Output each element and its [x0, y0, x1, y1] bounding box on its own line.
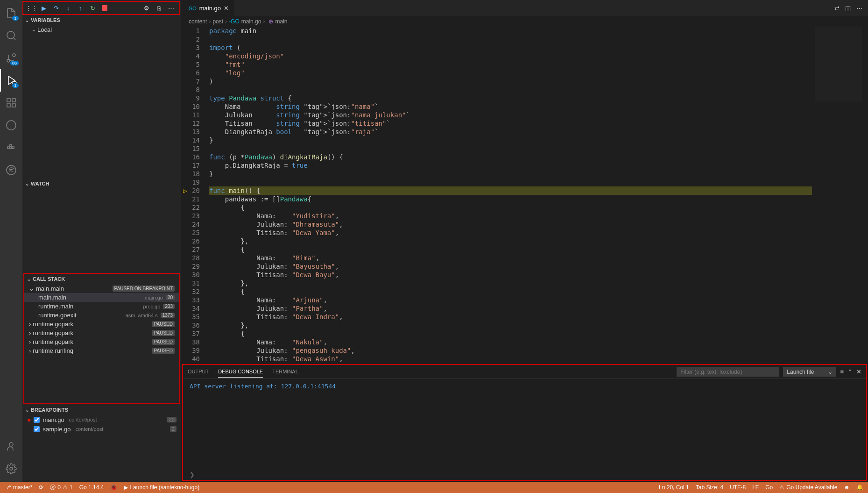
breakpoint-checkbox[interactable] [34, 426, 40, 432]
minimap[interactable] [815, 27, 861, 101]
collapse-icon[interactable]: ⌃ [847, 368, 853, 375]
step-over-button[interactable]: ↷ [50, 2, 62, 14]
breakpoints-section-header[interactable]: ⌄ BREAKPOINTS [22, 405, 181, 415]
status-encoding[interactable]: UTF-8 [730, 484, 746, 491]
svg-rect-9 [7, 147, 9, 149]
remote-icon[interactable] [0, 114, 22, 136]
status-update[interactable]: ⚠ Go Update Available [779, 484, 837, 491]
svg-point-15 [10, 467, 13, 470]
go-file-icon: -GO [187, 6, 197, 11]
more-icon[interactable]: ⋯ [856, 5, 862, 12]
go-file-icon: -GO [229, 18, 240, 25]
split-icon[interactable]: ◫ [845, 5, 851, 12]
panel-tab-terminal[interactable]: TERMINAL [272, 366, 298, 378]
svg-rect-7 [12, 104, 15, 107]
tab-filename: main.go [199, 5, 221, 12]
local-label: Local [37, 26, 52, 33]
scm-badge: 86 [10, 61, 19, 65]
status-problems[interactable]: ⓧ 0 ⚠ 1 [50, 484, 72, 492]
step-out-button[interactable]: ↑ [75, 2, 86, 14]
status-go-version[interactable]: Go 1.14.4 [79, 484, 104, 491]
editor-area: -GO main.go ✕ ⇄ ◫ ⋯ content› post› -GOma… [181, 0, 868, 482]
debug-console-icon[interactable]: ⎘ [153, 2, 164, 14]
svg-rect-4 [7, 99, 10, 102]
filter-input[interactable] [677, 367, 779, 377]
callstack-frame[interactable]: main.main main.go20 [24, 293, 179, 302]
explorer-badge: 1 [12, 16, 19, 21]
scm-icon[interactable]: 86 [0, 47, 22, 69]
clear-icon[interactable]: ≡ [840, 368, 844, 375]
restart-button[interactable]: ↻ [87, 2, 98, 14]
continue-button[interactable]: ▶ [38, 2, 49, 14]
settings-icon[interactable] [0, 457, 22, 480]
debug-badge: 1 [12, 83, 19, 88]
status-debug-icon[interactable]: 🐞 [110, 484, 117, 491]
docker-icon[interactable] [0, 136, 22, 159]
bottom-panel: OUTPUT DEBUG CONSOLE TERMINAL Launch fil… [182, 364, 867, 481]
debug-icon[interactable]: 1 [0, 69, 22, 92]
watch-section-header[interactable]: ⌄ WATCH [22, 179, 181, 189]
callstack-thread[interactable]: ⌄main.main PAUSED ON BREAKPOINT [24, 284, 179, 293]
debug-console-input[interactable]: ❯ [183, 469, 866, 480]
panel-tab-debug-console[interactable]: DEBUG CONSOLE [218, 366, 263, 378]
panel-tab-output[interactable]: OUTPUT [188, 366, 209, 378]
status-branch[interactable]: ⎇ master* [5, 484, 32, 491]
svg-rect-10 [10, 147, 12, 149]
svg-point-13 [7, 165, 16, 175]
function-icon: ⊕ [268, 18, 273, 25]
debug-console-output: API server listening at: 127.0.0.1:41544 [183, 379, 866, 469]
breakpoint-item[interactable]: ● main.go content/post 20 [22, 415, 181, 424]
svg-rect-6 [7, 104, 10, 107]
breakpoint-dot-icon: ● [27, 416, 31, 423]
breakpoint-checkbox[interactable] [34, 417, 40, 423]
callstack-paused-thread[interactable]: ›runtime.gopark PAUSED [24, 337, 179, 346]
svg-point-0 [7, 31, 14, 39]
spotify-icon[interactable] [0, 159, 22, 181]
callstack-paused-thread[interactable]: ›runtime.gopark PAUSED [24, 320, 179, 329]
status-eol[interactable]: LF [752, 484, 759, 491]
callstack-frame[interactable]: runtime.main proc.go203 [24, 302, 179, 311]
activity-bar: 1 86 1 [0, 0, 22, 482]
chevron-down-icon: ⌄ [828, 369, 833, 375]
callstack-section-header[interactable]: ⌄ CALL STACK [24, 274, 179, 284]
step-into-button[interactable]: ↓ [63, 2, 74, 14]
status-sync[interactable]: ⟳ [39, 484, 43, 491]
status-launch[interactable]: ▶ Launch file (santekno-hugo) [124, 484, 199, 491]
status-tabsize[interactable]: Tab Size: 4 [696, 484, 723, 491]
variables-section-header[interactable]: ⌄ VARIABLES [22, 15, 181, 25]
stop-button[interactable] [99, 2, 110, 14]
callstack-frame[interactable]: runtime.goexit asm_amd64.s1373 [24, 311, 179, 320]
watch-label: WATCH [31, 181, 49, 186]
explorer-icon[interactable]: 1 [0, 2, 22, 24]
close-panel-icon[interactable]: ✕ [856, 368, 861, 375]
status-feedback-icon[interactable]: ☻ [844, 484, 850, 491]
status-bar: ⎇ master* ⟳ ⓧ 0 ⚠ 1 Go 1.14.4 🐞 ▶ Launch… [0, 482, 868, 493]
callstack-paused-thread[interactable]: ›runtime.runfinq PAUSED [24, 346, 179, 355]
svg-point-14 [9, 443, 13, 446]
debug-more-icon[interactable]: ⋯ [165, 2, 176, 14]
svg-point-8 [7, 121, 16, 130]
status-bell-icon[interactable]: 🔔 [856, 484, 863, 491]
debug-settings-icon[interactable]: ⚙ [141, 2, 152, 14]
thread-status: PAUSED ON BREAKPOINT [113, 286, 175, 292]
search-icon[interactable] [0, 24, 22, 47]
editor-tab[interactable]: -GO main.go ✕ [181, 0, 235, 16]
variables-label: VARIABLES [31, 17, 60, 23]
extensions-icon[interactable] [0, 92, 22, 114]
close-tab-icon[interactable]: ✕ [224, 5, 229, 12]
status-cursor[interactable]: Ln 20, Col 1 [659, 484, 689, 491]
variables-local[interactable]: ⌄ Local [22, 25, 181, 34]
code-editor[interactable]: 12345678910111213141516171819▷2021222324… [181, 27, 868, 363]
breakpoint-item[interactable]: ● sample.go content/post 2 [22, 424, 181, 434]
debug-toolbar: ⋮⋮ ▶ ↷ ↓ ↑ ↻ ⚙ ⎘ ⋯ [22, 1, 180, 15]
svg-rect-12 [10, 144, 12, 146]
drag-handle-icon[interactable]: ⋮⋮ [26, 2, 37, 14]
account-icon[interactable] [0, 435, 22, 457]
svg-point-1 [13, 54, 15, 57]
callstack-paused-thread[interactable]: ›runtime.gopark PAUSED [24, 329, 179, 337]
compare-icon[interactable]: ⇄ [834, 5, 840, 12]
breakpoints-label: BREAKPOINTS [31, 407, 68, 413]
status-lang[interactable]: Go [765, 484, 773, 491]
launch-select[interactable]: Launch file⌄ [783, 367, 836, 377]
breadcrumb[interactable]: content› post› -GOmain.go› ⊕main [181, 16, 868, 27]
